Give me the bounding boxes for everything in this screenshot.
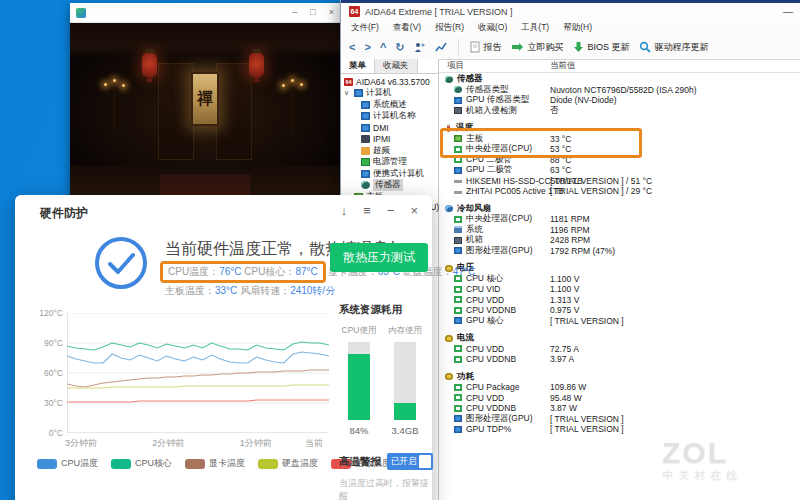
toolbar-separator bbox=[458, 39, 459, 55]
menu-item[interactable]: 文件(F) bbox=[351, 22, 379, 34]
blue-icon bbox=[454, 167, 462, 174]
section-title-温度: 温度 bbox=[445, 123, 800, 134]
game-app-icon bbox=[76, 8, 86, 18]
guard-menu-icon[interactable]: ≡ bbox=[363, 203, 371, 218]
menu-item[interactable]: 收藏(O) bbox=[478, 22, 507, 34]
sensor-row[interactable]: GPU 核心[ TRIAL VERSION ] bbox=[445, 316, 800, 327]
zol-logo: ZOL bbox=[662, 438, 742, 468]
x-tick-label: 当前 bbox=[305, 437, 323, 450]
buy-now-button[interactable]: 立即购买 bbox=[511, 41, 564, 54]
sensor-row[interactable]: 系统1196 RPM bbox=[445, 225, 800, 236]
sensor-row[interactable]: GPU TDP%[ TRIAL VERSION ] bbox=[445, 424, 800, 435]
aida64-titlebar[interactable]: 64 AIDA64 Extreme [ TRIAL VERSION ] — bbox=[341, 3, 800, 20]
alarm-toggle[interactable]: 已开启 bbox=[387, 453, 433, 470]
menu-item[interactable]: 工具(T) bbox=[521, 22, 549, 34]
chart-icon[interactable] bbox=[435, 41, 447, 53]
sensor-row[interactable]: CPU 核心1.100 V bbox=[445, 274, 800, 285]
sensor-row[interactable]: CPU VID1.100 V bbox=[445, 284, 800, 295]
tree-item-系统概述[interactable]: 系统概述 bbox=[341, 99, 438, 111]
hardware-guard-window: 硬件防护 ↓ ≡ − × 当前硬件温度正常，散热情况良好 CPU温度：76°C … bbox=[15, 195, 432, 500]
y-tick-label: 120°C bbox=[31, 308, 63, 318]
buy-cart-icon bbox=[511, 41, 524, 53]
sensor-row[interactable]: CPU Package109.86 W bbox=[445, 382, 800, 393]
tree-item-计算机名称[interactable]: 计算机名称 bbox=[341, 111, 438, 123]
sensor-row[interactable]: HIKSEMI HS-SSD-CC500/1TB[ TRIAL VERSION … bbox=[445, 176, 800, 187]
sensor-section-icon bbox=[445, 76, 453, 83]
stress-test-button[interactable]: 散热压力测试 bbox=[330, 243, 428, 272]
desktop-background: – □ × 禪 bbox=[0, 0, 800, 500]
green-icon bbox=[454, 345, 462, 352]
sys-icon bbox=[454, 226, 462, 233]
x-tick-label: 2分钟前 bbox=[152, 437, 184, 450]
sensor-row[interactable]: 图形处理器(GPU)1792 RPM (47%) bbox=[445, 246, 800, 257]
tree-item-AIDA64 v6.33.5700[interactable]: 64AIDA64 v6.33.5700 bbox=[341, 76, 438, 88]
green-icon bbox=[454, 384, 462, 391]
guard-download-icon[interactable]: ↓ bbox=[341, 203, 348, 218]
section-title-电流: 电流 bbox=[445, 333, 800, 344]
sensor-row[interactable]: ZHITAI PC005 Active 1TB[ TRIAL VERSION ]… bbox=[445, 186, 800, 197]
aida64-sensor-panel: 项目 当前值 传感器传感器类型Nuvoton NCT6796D/5582D (I… bbox=[439, 59, 800, 500]
sensor-icon bbox=[454, 86, 462, 93]
zen-scroll-plaque: 禪 bbox=[191, 72, 219, 126]
forward-icon[interactable]: > bbox=[364, 42, 370, 53]
sensor-row[interactable]: CPU VDDNB3.97 A bbox=[445, 354, 800, 365]
monitor-icon bbox=[361, 112, 370, 120]
game-minimize-button[interactable]: – bbox=[292, 8, 297, 17]
report-button[interactable]: 报告 bbox=[470, 41, 502, 54]
tab-favorites[interactable]: 收藏夹 bbox=[375, 59, 418, 73]
aida64-minimize-button[interactable]: — bbox=[783, 6, 793, 17]
sensor-row[interactable]: 机箱入侵检测否 bbox=[445, 106, 800, 117]
green-icon bbox=[454, 286, 462, 293]
stat-pair: 风扇转速：2410转/分 bbox=[240, 285, 335, 296]
bar-fill bbox=[348, 354, 370, 420]
game-titlebar[interactable]: – □ × bbox=[70, 3, 340, 23]
legend-item-显卡温度: 显卡温度 bbox=[185, 457, 245, 470]
game-maximize-button[interactable]: □ bbox=[310, 8, 315, 17]
refresh-icon[interactable]: ↻ bbox=[395, 42, 404, 53]
temperature-history-chart: 0°C30°C60°C90°C120°C3分钟前2分钟前1分钟前当前 bbox=[31, 307, 333, 453]
sensor-list-header: 项目 当前值 bbox=[439, 59, 800, 73]
temperature-stats-line1: CPU温度：76°C CPU核心：87°C 显卡温度：63°C 硬盘温度：47°… bbox=[165, 265, 475, 279]
up-icon[interactable]: ^ bbox=[380, 42, 386, 53]
fan-section-icon bbox=[445, 205, 453, 212]
menu-item[interactable]: 查看(V) bbox=[393, 22, 421, 34]
sensor-row[interactable]: CPU VDD95.48 W bbox=[445, 393, 800, 404]
sensor-row[interactable]: 图形处理器(GPU)[ TRIAL VERSION ] bbox=[445, 414, 800, 425]
series-主板温度 bbox=[67, 400, 329, 402]
expander-icon[interactable]: ∨ bbox=[344, 89, 351, 97]
aida64-logo-icon: 64 bbox=[349, 6, 360, 17]
guard-close-button[interactable]: × bbox=[410, 203, 418, 218]
bios-update-button[interactable]: BIOS 更新 bbox=[573, 41, 630, 54]
guard-minimize-button[interactable]: − bbox=[387, 203, 395, 218]
users-icon[interactable] bbox=[414, 41, 426, 53]
tree-item-超频[interactable]: 超频 bbox=[341, 145, 438, 157]
ssd-icon bbox=[454, 191, 462, 194]
driver-update-button[interactable]: 驱动程序更新 bbox=[639, 41, 709, 54]
sensor-row[interactable]: CPU VDD1.313 V bbox=[445, 295, 800, 306]
sensor-row[interactable]: 中央处理器(CPU)1181 RPM bbox=[445, 214, 800, 225]
green-icon bbox=[454, 296, 462, 303]
tree-item-计算机[interactable]: ∨计算机 bbox=[341, 88, 438, 100]
aida64-menubar: 文件(F)查看(V)报告(R)收藏(O)工具(T)帮助(H) bbox=[341, 20, 800, 35]
tree-item-DMI[interactable]: DMI bbox=[341, 122, 438, 134]
back-icon[interactable]: < bbox=[349, 42, 355, 53]
tree-item-电源管理[interactable]: 电源管理 bbox=[341, 157, 438, 169]
game-close-button[interactable]: × bbox=[329, 8, 334, 17]
tree-item-便携式计算机[interactable]: 便携式计算机 bbox=[341, 168, 438, 180]
download-arrow-icon bbox=[573, 41, 584, 53]
monitor-icon bbox=[361, 170, 370, 178]
menu-item[interactable]: 帮助(H) bbox=[563, 22, 592, 34]
bar-track bbox=[348, 342, 370, 420]
cpu-temp-highlight-box: CPU温度：76°C CPU核心：87°C bbox=[160, 261, 326, 283]
sensor-row[interactable]: GPU 二极管63 °C bbox=[445, 165, 800, 176]
tab-menu[interactable]: 菜单 bbox=[341, 59, 375, 73]
sensor-row[interactable]: CPU VDD72.75 A bbox=[445, 344, 800, 355]
tree-item-IPMI[interactable]: IPMI bbox=[341, 134, 438, 146]
tree-item-传感器[interactable]: 传感器 bbox=[341, 180, 438, 192]
green-icon bbox=[454, 146, 462, 153]
menu-item[interactable]: 报告(R) bbox=[435, 22, 464, 34]
monitor-icon bbox=[354, 89, 363, 97]
green-icon bbox=[454, 394, 462, 401]
scene-ceiling bbox=[70, 23, 340, 57]
monitor-icon bbox=[361, 124, 370, 132]
